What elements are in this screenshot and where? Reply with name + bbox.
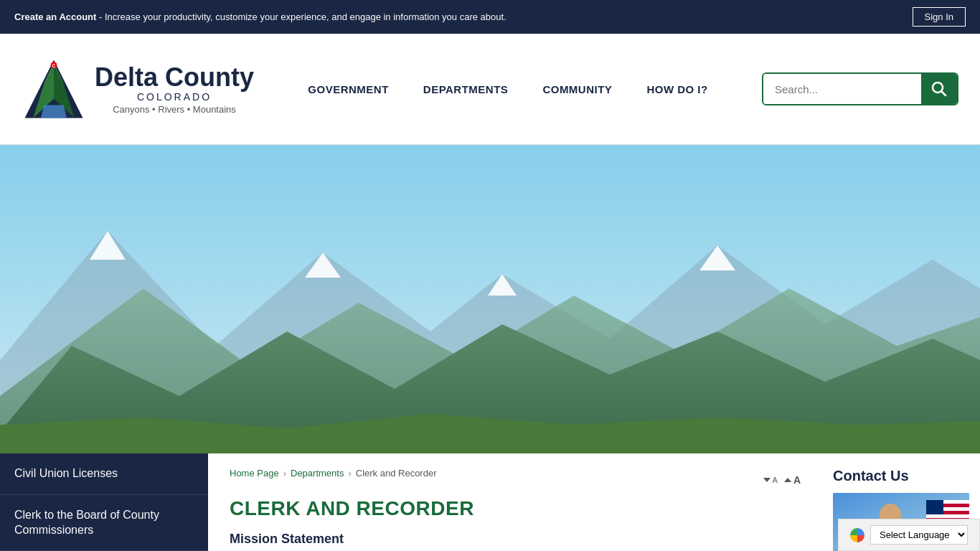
nav-item-community[interactable]: COMMUNITY [525, 76, 629, 103]
logo-county-name: Delta County [95, 63, 254, 92]
mission-statement-title: Mission Statement [230, 532, 801, 547]
language-select[interactable]: Select Language [870, 525, 968, 545]
hero-svg [0, 145, 980, 453]
svg-marker-4 [41, 105, 67, 118]
svg-marker-19 [784, 478, 791, 482]
logo-text: Delta County COLORADO Canyons • Rivers •… [95, 63, 254, 116]
nav-item-how-do-i[interactable]: HOW DO I? [629, 76, 725, 103]
search-button[interactable] [921, 74, 957, 104]
page-title: CLERK AND RECORDER [230, 497, 801, 520]
nav-item-government[interactable]: GOVERNMENT [291, 76, 406, 103]
font-increase-button[interactable]: A [783, 474, 801, 486]
top-banner: Create an Account - Increase your produc… [0, 0, 980, 34]
breadcrumb: Home Page › Departments › Clerk and Reco… [230, 468, 436, 479]
left-sidebar: Civil Union Licenses Clerk to the Board … [0, 453, 208, 551]
sign-in-button[interactable]: Sign In [913, 7, 966, 27]
font-down-arrow-icon [763, 476, 771, 484]
translate-bar: Select Language [838, 519, 980, 551]
content-wrapper: Civil Union Licenses Clerk to the Board … [0, 453, 980, 551]
svg-rect-25 [926, 500, 943, 514]
banner-text: Create an Account - Increase your produc… [14, 11, 507, 22]
svg-line-8 [942, 92, 946, 96]
breadcrumb-sep-2: › [348, 468, 351, 479]
svg-text:C: C [52, 63, 56, 68]
search-icon [931, 81, 947, 97]
svg-rect-24 [926, 514, 969, 518]
site-logo[interactable]: C Delta County COLORADO Canyons • Rivers… [22, 57, 254, 121]
site-header: C Delta County COLORADO Canyons • Rivers… [0, 34, 980, 145]
font-increase-label: A [793, 474, 801, 486]
banner-description: - Increase your productivity, customize … [96, 11, 506, 22]
hero-image [0, 145, 980, 453]
google-logo-icon [850, 528, 864, 542]
logo-tagline: Canyons • Rivers • Mountains [95, 104, 254, 115]
contact-us-title: Contact Us [833, 468, 969, 484]
font-decrease-button[interactable]: A [763, 476, 778, 484]
search-input[interactable] [763, 74, 921, 104]
breadcrumb-current: Clerk and Recorder [356, 468, 437, 479]
breadcrumb-sep-1: › [283, 468, 286, 479]
svg-marker-18 [763, 478, 771, 482]
font-up-arrow-icon [783, 476, 792, 484]
sidebar-item-civil-union[interactable]: Civil Union Licenses [0, 453, 208, 495]
breadcrumb-departments[interactable]: Departments [291, 468, 344, 479]
sidebar-item-clerk-board[interactable]: Clerk to the Board of County Commissione… [0, 495, 208, 551]
font-size-controls: A A [763, 474, 801, 486]
main-navigation: GOVERNMENT DEPARTMENTS COMMUNITY HOW DO … [254, 76, 762, 103]
main-content-area: Home Page › Departments › Clerk and Reco… [208, 453, 822, 551]
create-account-link[interactable]: Create an Account [14, 11, 96, 22]
font-decrease-label: A [773, 476, 778, 484]
breadcrumb-home[interactable]: Home Page [230, 468, 279, 479]
search-area [762, 72, 958, 105]
logo-triangle-icon: C [22, 57, 86, 121]
nav-item-departments[interactable]: DEPARTMENTS [406, 76, 526, 103]
logo-state: COLORADO [95, 91, 254, 103]
